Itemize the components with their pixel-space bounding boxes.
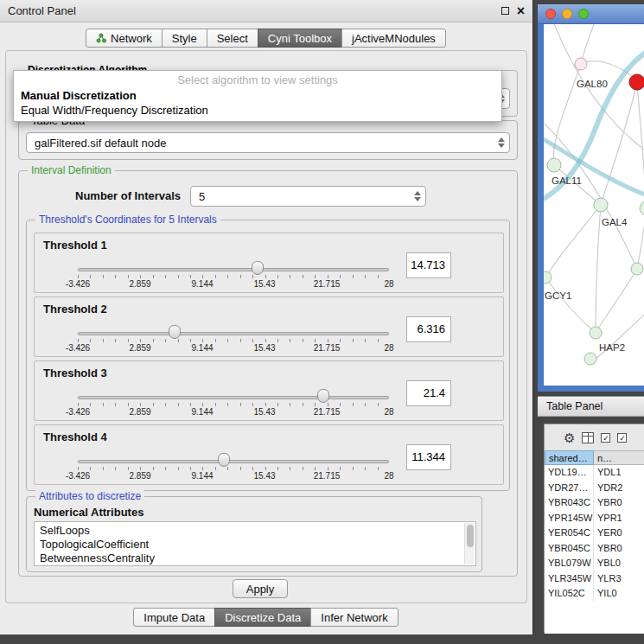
table-cell[interactable]: YBR045C — [545, 541, 594, 557]
slider-track[interactable] — [78, 268, 389, 271]
tab-impute-data[interactable]: Impute Data — [133, 608, 215, 627]
network-node[interactable] — [594, 198, 608, 212]
list-scrollbar[interactable] — [464, 523, 475, 564]
slider-ticks — [78, 275, 390, 278]
scale-label: 28 — [384, 407, 393, 417]
column-header-name[interactable]: n… — [594, 450, 644, 465]
network-node[interactable] — [547, 158, 561, 172]
table-cell[interactable]: YBR0 — [594, 541, 644, 557]
control-panel-titlebar[interactable]: Control Panel × — [0, 0, 532, 22]
network-node[interactable] — [544, 271, 552, 284]
slider-track[interactable] — [78, 460, 389, 463]
slider-track[interactable] — [78, 332, 389, 335]
table-cell[interactable]: YDL19… — [545, 465, 594, 481]
table-cell[interactable]: YIL052C — [545, 586, 594, 602]
table-cell[interactable]: YIL0 — [594, 586, 644, 602]
slider-track[interactable] — [78, 396, 389, 399]
columns-icon[interactable] — [582, 432, 594, 443]
network-canvas[interactable]: GAL80GAL11GAL4GCY1HAP2 — [544, 24, 644, 386]
table-cell[interactable]: YDR27… — [545, 481, 594, 496]
scale-label: 28 — [384, 343, 393, 353]
slider-scale: -3.4262.8599.14415.4321.71528 — [35, 407, 503, 418]
scrollbar-thumb[interactable] — [467, 525, 474, 547]
tab-select[interactable]: Select — [207, 29, 258, 48]
float-window-icon[interactable] — [501, 7, 509, 15]
table-row[interactable]: YBR043CYBR0 — [545, 495, 644, 511]
table-panel-header[interactable]: Table Panel — [538, 396, 644, 417]
threshold-value-field[interactable]: 6.316 — [406, 316, 451, 342]
table-cell[interactable]: YPR1 — [594, 511, 644, 526]
select-all-checkbox-icon[interactable]: ✓ — [601, 433, 610, 443]
table-cell[interactable]: YLR345W — [545, 571, 594, 587]
tab-style[interactable]: Style — [162, 29, 207, 48]
close-icon[interactable]: × — [517, 7, 525, 16]
number-of-intervals-label: Number of Intervals — [75, 189, 181, 202]
tab-infer-network[interactable]: Infer Network — [310, 608, 398, 627]
threshold-value-field[interactable]: 21.4 — [406, 380, 451, 406]
combo-stepper-icon — [414, 191, 421, 201]
table-cell[interactable]: YBL0 — [594, 556, 644, 571]
column-header-shared-name[interactable]: shared… — [545, 450, 594, 465]
table-cell[interactable]: YBR043C — [545, 495, 594, 511]
table-cell[interactable]: YBL079W — [545, 556, 594, 571]
table-row[interactable]: YPR145WYPR1 — [545, 511, 644, 526]
attributes-list[interactable]: SelfLoops TopologicalCoefficient Between… — [34, 521, 476, 566]
number-of-intervals-combobox[interactable]: 5 — [190, 186, 426, 207]
network-node[interactable] — [629, 74, 644, 90]
table-cell[interactable]: YDR2 — [594, 481, 644, 496]
tab-network[interactable]: Network — [86, 29, 163, 48]
tab-cyni-toolbox[interactable]: Cyni Toolbox — [258, 29, 342, 48]
close-traffic-light-icon[interactable] — [545, 9, 556, 19]
table-data-combobox[interactable]: galFiltered.sif default node — [26, 132, 510, 153]
slider-thumb[interactable] — [252, 261, 264, 275]
network-node[interactable] — [584, 353, 596, 365]
window-title: Control Panel — [8, 4, 76, 17]
dropdown-option-equal-width[interactable]: Equal Width/Frequency Discretization — [14, 103, 501, 118]
zoom-traffic-light-icon[interactable] — [578, 9, 589, 19]
tab-jactivemodules[interactable]: jActiveMNodules — [341, 29, 446, 48]
table-row[interactable]: YBL079WYBL0 — [545, 556, 644, 571]
network-node[interactable] — [631, 263, 643, 275]
scale-label: 28 — [384, 471, 393, 481]
table-cell[interactable]: YPR145W — [545, 511, 594, 526]
slider-thumb[interactable] — [218, 453, 230, 467]
select-none-checkbox-icon[interactable]: ✓ — [617, 433, 627, 443]
table-cell[interactable]: YLR3 — [594, 571, 644, 587]
scale-label: 21.715 — [314, 407, 341, 417]
network-node[interactable] — [575, 58, 587, 70]
minimize-traffic-light-icon[interactable] — [562, 9, 572, 19]
table-row[interactable]: YLR345WYLR3 — [545, 571, 644, 587]
gear-icon[interactable]: ⚙ — [564, 431, 575, 444]
list-item[interactable]: SelfLoops — [40, 524, 463, 538]
threshold-value-field[interactable]: 14.713 — [406, 252, 451, 278]
scale-label: 2.859 — [129, 279, 150, 289]
slider-scale: -3.4262.8599.14415.4321.71528 — [35, 279, 503, 290]
node-label: GAL80 — [577, 79, 608, 89]
apply-button[interactable]: Apply — [233, 579, 288, 598]
threshold-value-field[interactable]: 11.344 — [406, 444, 451, 470]
table-cell[interactable]: YBR0 — [594, 495, 644, 511]
table-row[interactable]: YDL19…YDL1 — [545, 465, 644, 481]
network-window-titlebar[interactable] — [538, 4, 644, 24]
table-row[interactable]: YDR27…YDR2 — [545, 481, 644, 496]
threshold-panel: Threshold 4 -3.4262.8599.14415.4321.7152… — [34, 424, 504, 485]
list-item[interactable]: TopologicalCoefficient — [40, 538, 463, 552]
table-cell[interactable]: YER0 — [594, 526, 644, 541]
table-row[interactable]: YER054CYER0 — [545, 526, 644, 541]
scale-label: 9.144 — [191, 343, 213, 353]
dropdown-option-manual[interactable]: Manual Discretization — [14, 88, 501, 103]
table-row[interactable]: YIL052CYIL0 — [545, 586, 644, 602]
slider-thumb[interactable] — [317, 389, 329, 403]
network-node[interactable] — [640, 201, 644, 215]
network-node[interactable] — [590, 327, 602, 339]
dropdown-placeholder-item[interactable]: Select algorithm to view settings — [14, 71, 501, 88]
tab-discretize-data[interactable]: Discretize Data — [214, 608, 311, 627]
table-cell[interactable]: YER054C — [545, 526, 594, 541]
table-row[interactable]: YBR045CYBR0 — [545, 541, 644, 557]
threshold-label: Threshold 4 — [43, 430, 107, 443]
table-cell[interactable]: YDL1 — [594, 465, 644, 481]
slider-thumb[interactable] — [169, 325, 181, 339]
table-browser-window: ⚙ ✓ ✓ shared… n… YDL19…YDL1YDR27…YDR2YBR… — [544, 424, 644, 633]
slider-scale: -3.4262.8599.14415.4321.71528 — [35, 343, 503, 354]
list-item[interactable]: BetweennessCentrality — [40, 552, 463, 565]
